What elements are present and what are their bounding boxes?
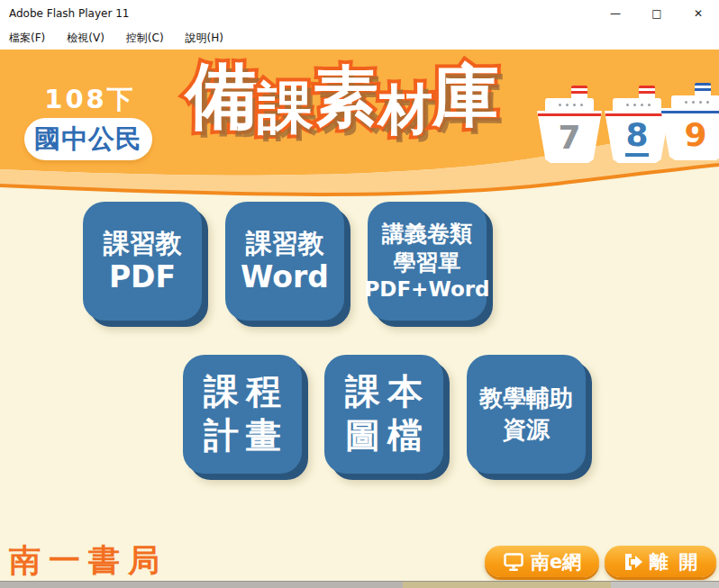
nan-e-net-button[interactable]: 南e網 [485,546,599,577]
publisher-logo: 南一書局 [9,539,168,581]
exit-button[interactable]: 離 開 [605,546,716,577]
tile-textbook-images[interactable]: 課本 圖檔 [324,355,443,474]
title-char: 材 [378,82,432,136]
subject-badge: 國中公民 [24,118,152,160]
window-controls: — □ ✕ [595,0,719,27]
tile-teaching-aids[interactable]: 教學輔助 資源 [467,355,586,474]
menu-view[interactable]: 檢視(V) [67,31,105,46]
boat-hull-icon: 9 [660,108,719,160]
grade-8-number: 8 [625,119,648,157]
title-char: 課 [258,80,314,136]
tile-textbook-word[interactable]: 課習教 Word [225,202,344,321]
desktop-edge-strip [0,581,719,588]
menubar: 檔案(F) 檢視(V) 控制(C) 說明(H) [0,27,719,50]
menu-file[interactable]: 檔案(F) [9,31,45,46]
grade-9-number: 9 [684,119,706,151]
tile-curriculum-plan[interactable]: 課程 計畫 [183,355,302,474]
page-title: 備 課 素 材 庫 [186,53,499,125]
window-titlebar: Adobe Flash Player 11 — □ ✕ [0,0,719,27]
tile-label: 資源 [503,414,550,446]
exit-icon [622,552,643,572]
exit-label: 離 開 [650,549,699,574]
grade-7-number: 7 [558,122,580,154]
tile-handouts-worksheets[interactable]: 講義卷類 學習單 PDF+Word [368,202,487,321]
flash-stage: 108下 國中公民 備 課 素 材 庫 7 8 9 課習 [0,50,719,581]
tile-label: 教學輔助 [479,383,573,414]
title-char: 庫 [432,62,499,129]
tile-textbook-pdf[interactable]: 課習教 PDF [83,202,202,321]
close-button[interactable]: ✕ [678,0,719,27]
boat-cabin-icon [613,98,661,112]
minimize-button[interactable]: — [595,0,636,27]
grade-9-boat-tab[interactable]: 9 [660,83,719,166]
menu-control[interactable]: 控制(C) [126,31,164,46]
tile-label: 課習教 [104,228,182,259]
semester-label: 108下 [36,82,144,118]
nan-e-net-label: 南e網 [531,549,581,574]
boat-cabin-icon [545,98,594,112]
maximize-button[interactable]: □ [636,0,678,27]
window-title: Adobe Flash Player 11 [9,7,129,20]
tile-label: PDF [109,259,176,295]
tile-label: Word [241,259,329,295]
boat-cabin-icon [671,95,719,109]
tile-label: 課本 [338,370,430,414]
tile-label: PDF+Word [364,276,489,303]
title-char: 素 [314,64,378,129]
tile-label: 課習教 [246,228,324,259]
tile-label: 課程 [196,370,288,414]
boat-hull-icon: 7 [537,111,602,163]
tile-label: 計畫 [196,414,288,458]
monitor-icon [503,552,524,572]
tile-label: 學習單 [394,249,461,276]
tile-label: 圖檔 [338,414,430,458]
tile-label: 講義卷類 [382,220,472,248]
subject-label: 國中公民 [34,122,142,158]
grade-7-boat-tab[interactable]: 7 [537,86,602,168]
title-char: 備 [186,60,258,132]
menu-help[interactable]: 說明(H) [186,31,223,46]
